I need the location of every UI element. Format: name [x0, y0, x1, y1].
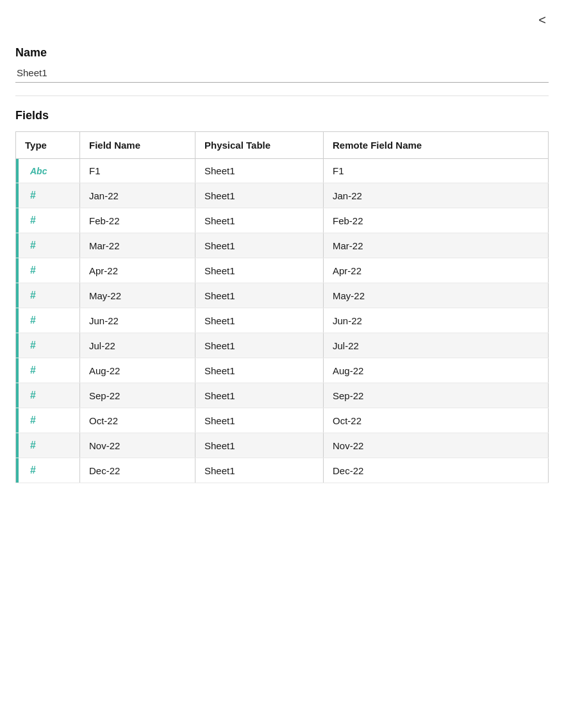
type-cell: #	[16, 208, 80, 233]
back-button[interactable]: <	[533, 10, 551, 30]
table-row: #Mar-22Sheet1Mar-22	[16, 233, 549, 258]
remote-field-name-cell: Jun-22	[324, 308, 549, 333]
field-name-cell: Oct-22	[80, 408, 195, 433]
remote-field-name-cell: Sep-22	[324, 383, 549, 408]
field-name-cell: Jan-22	[80, 183, 195, 208]
table-row: #Oct-22Sheet1Oct-22	[16, 408, 549, 433]
col-header-remote: Remote Field Name	[324, 132, 549, 159]
name-section: Name	[15, 46, 549, 60]
hash-type-icon: #	[30, 315, 36, 326]
physical-table-cell: Sheet1	[195, 233, 324, 258]
field-name-cell: Aug-22	[80, 358, 195, 383]
name-label: Name	[15, 46, 549, 60]
hash-type-icon: #	[30, 240, 36, 251]
hash-type-icon: #	[30, 340, 36, 351]
table-header-row: Type Field Name Physical Table Remote Fi…	[16, 132, 549, 159]
field-name-cell: May-22	[80, 283, 195, 308]
type-cell: #	[16, 358, 80, 383]
type-cell: #	[16, 433, 80, 458]
type-cell: #	[16, 308, 80, 333]
remote-field-name-cell: Mar-22	[324, 233, 549, 258]
row-indicator	[16, 333, 19, 358]
remote-field-name-cell: Oct-22	[324, 408, 549, 433]
col-header-fieldname: Field Name	[80, 132, 195, 159]
remote-field-name-cell: Jan-22	[324, 183, 549, 208]
row-indicator	[16, 308, 19, 333]
field-name-cell: Nov-22	[80, 433, 195, 458]
physical-table-cell: Sheet1	[195, 358, 324, 383]
remote-field-name-cell: Jul-22	[324, 333, 549, 358]
field-name-cell: Jun-22	[80, 308, 195, 333]
table-row: #Jul-22Sheet1Jul-22	[16, 333, 549, 358]
hash-type-icon: #	[30, 440, 36, 451]
type-cell: Abc	[16, 159, 80, 183]
physical-table-cell: Sheet1	[195, 208, 324, 233]
table-row: #Feb-22Sheet1Feb-22	[16, 208, 549, 233]
row-indicator	[16, 283, 19, 308]
physical-table-cell: Sheet1	[195, 308, 324, 333]
fields-label: Fields	[15, 109, 549, 122]
physical-table-cell: Sheet1	[195, 383, 324, 408]
type-cell: #	[16, 458, 80, 483]
table-row: #Jan-22Sheet1Jan-22	[16, 183, 549, 208]
type-cell: #	[16, 408, 80, 433]
physical-table-cell: Sheet1	[195, 258, 324, 283]
row-indicator	[16, 258, 19, 283]
table-row: AbcF1Sheet1F1	[16, 159, 549, 183]
table-row: #May-22Sheet1May-22	[16, 283, 549, 308]
hash-type-icon: #	[30, 265, 36, 276]
abc-type-icon: Abc	[30, 166, 47, 176]
hash-type-icon: #	[30, 365, 36, 376]
field-name-cell: Feb-22	[80, 208, 195, 233]
row-indicator	[16, 408, 19, 433]
row-indicator	[16, 159, 19, 183]
row-indicator	[16, 433, 19, 458]
remote-field-name-cell: Dec-22	[324, 458, 549, 483]
field-name-cell: F1	[80, 159, 195, 183]
table-row: #Dec-22Sheet1Dec-22	[16, 458, 549, 483]
field-name-cell: Mar-22	[80, 233, 195, 258]
hash-type-icon: #	[30, 390, 36, 401]
table-row: #Sep-22Sheet1Sep-22	[16, 383, 549, 408]
col-header-physical: Physical Table	[195, 132, 324, 159]
remote-field-name-cell: Nov-22	[324, 433, 549, 458]
type-cell: #	[16, 333, 80, 358]
type-cell: #	[16, 233, 80, 258]
remote-field-name-cell: Aug-22	[324, 358, 549, 383]
hash-type-icon: #	[30, 215, 36, 226]
table-row: #Aug-22Sheet1Aug-22	[16, 358, 549, 383]
remote-field-name-cell: Feb-22	[324, 208, 549, 233]
row-indicator	[16, 183, 19, 208]
section-divider	[15, 95, 549, 96]
fields-table: Type Field Name Physical Table Remote Fi…	[15, 131, 549, 483]
type-cell: #	[16, 183, 80, 208]
page-container: < Name Fields Type Field Name Physical T…	[0, 0, 564, 499]
physical-table-cell: Sheet1	[195, 408, 324, 433]
type-cell: #	[16, 383, 80, 408]
hash-type-icon: #	[30, 415, 36, 426]
table-row: #Apr-22Sheet1Apr-22	[16, 258, 549, 283]
field-name-cell: Jul-22	[80, 333, 195, 358]
physical-table-cell: Sheet1	[195, 159, 324, 183]
row-indicator	[16, 233, 19, 258]
remote-field-name-cell: May-22	[324, 283, 549, 308]
type-cell: #	[16, 258, 80, 283]
physical-table-cell: Sheet1	[195, 458, 324, 483]
row-indicator	[16, 383, 19, 408]
remote-field-name-cell: F1	[324, 159, 549, 183]
physical-table-cell: Sheet1	[195, 433, 324, 458]
hash-type-icon: #	[30, 465, 36, 476]
field-name-cell: Apr-22	[80, 258, 195, 283]
hash-type-icon: #	[30, 190, 36, 201]
table-row: #Jun-22Sheet1Jun-22	[16, 308, 549, 333]
physical-table-cell: Sheet1	[195, 183, 324, 208]
row-indicator	[16, 208, 19, 233]
name-input[interactable]	[15, 63, 549, 83]
field-name-cell: Dec-22	[80, 458, 195, 483]
hash-type-icon: #	[30, 290, 36, 301]
remote-field-name-cell: Apr-22	[324, 258, 549, 283]
type-cell: #	[16, 283, 80, 308]
row-indicator	[16, 358, 19, 383]
col-header-type: Type	[16, 132, 80, 159]
physical-table-cell: Sheet1	[195, 333, 324, 358]
